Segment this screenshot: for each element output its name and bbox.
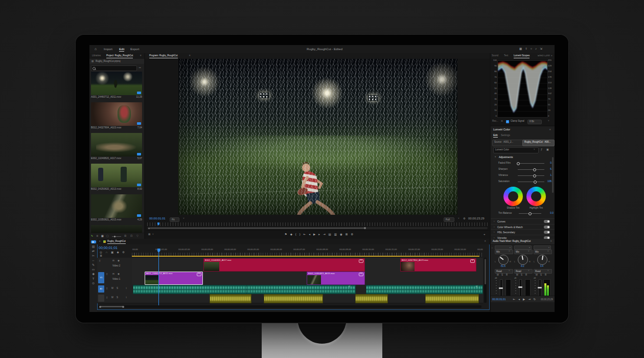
edit-pencil-icon[interactable]: ✎ [91, 235, 93, 237]
slider-handle[interactable] [517, 162, 520, 165]
program-playhead[interactable] [157, 222, 159, 226]
loop-icon[interactable]: ↻ [534, 298, 536, 301]
scope-wrench-icon[interactable]: ⚙ [501, 120, 503, 123]
proxy-toggle-icon[interactable]: ⊠ [346, 233, 348, 236]
program-video-frame[interactable] [178, 59, 457, 215]
vscrollbar-handle[interactable] [485, 259, 486, 284]
automation-dropdown[interactable]: Read [514, 269, 533, 274]
automation-dropdown[interactable]: Read [495, 269, 513, 274]
timeline-audio-clip-a1a[interactable]: •ƒ [133, 285, 356, 294]
pan-knob[interactable] [537, 255, 547, 265]
panel-menu-icon[interactable]: ≡ [485, 240, 486, 243]
list-item[interactable]: B012_04327804_A023.mov 7;04 [89, 102, 144, 132]
fullscreen-icon[interactable]: ⇲ [540, 48, 542, 51]
home-icon[interactable]: ⌂ [95, 47, 97, 51]
razor-tool-icon[interactable]: ✂ [91, 254, 96, 257]
solo-button[interactable]: S [540, 274, 542, 277]
track-header-v1[interactable]: V1 ▯ ⊟ ◉ Video 1 [97, 271, 132, 285]
play-icon[interactable]: ▶ [523, 298, 525, 301]
marker-icon[interactable]: ◆ [290, 233, 292, 236]
nav-tab-edit[interactable]: Edit [119, 48, 124, 52]
tab-sequence[interactable]: Rugby_RoughCut [107, 240, 126, 244]
project-breadcrumb[interactable]: ▤ Rugby_RoughCut.prproj [89, 59, 144, 64]
pen-tool-icon[interactable]: ✎ [91, 263, 96, 266]
fit-dropdown[interactable]: Fit [170, 217, 179, 222]
captions-icon[interactable]: ≣ [98, 255, 104, 258]
insert-slot-dropdown[interactable]: ˅ [495, 245, 512, 250]
mute-icon[interactable]: M [111, 287, 113, 290]
tab-lumetri-scopes[interactable]: Lumetri Scopes [514, 55, 530, 58]
track-header-v2[interactable]: ▯ ⊟ ◉ Video 2 [97, 258, 132, 272]
tab-text[interactable]: Text [504, 55, 508, 57]
pan-knob[interactable] [498, 255, 509, 265]
selection-tool-icon[interactable]: ► [91, 240, 96, 243]
lock-icon[interactable]: ▯ [99, 260, 100, 262]
section-toggle[interactable] [544, 220, 550, 223]
program-scrub-ruler[interactable] [147, 222, 488, 226]
timeline-vscrollbar[interactable] [484, 258, 487, 303]
source-patch-v1[interactable]: V1 [98, 272, 104, 283]
panel-menu-icon[interactable]: ≡ [140, 55, 142, 57]
track-header-a2[interactable]: ▯ M S ⌇ [97, 294, 132, 303]
source-patch-empty[interactable] [98, 295, 104, 302]
step-forward-icon[interactable]: ▸ [318, 233, 320, 236]
settings-icon[interactable]: ⚙ [351, 233, 353, 236]
clip-thumbnail[interactable] [91, 133, 142, 156]
scrollbar-dot-right[interactable] [364, 227, 366, 229]
notifications-icon[interactable]: ○ [531, 48, 532, 51]
goto-in-icon[interactable]: ⇤ [513, 298, 516, 301]
mix-dropdown[interactable]: Mix [514, 250, 533, 254]
timeline-settings-icon[interactable]: ⚙ [121, 251, 126, 254]
clip-thumbnail[interactable] [91, 102, 142, 126]
clip-thumbnail[interactable] [91, 72, 142, 95]
comparison-view-icon[interactable]: ⊞ [148, 233, 150, 236]
add-marker-icon[interactable]: ◆ [115, 251, 121, 254]
insert-slot-dropdown[interactable]: ˅ [514, 245, 532, 250]
list-item[interactable]: E002_10350821_A015.mov 4;29 [89, 194, 144, 224]
trash-icon[interactable]: ▽ [136, 235, 139, 237]
lock-icon[interactable]: ▯ [106, 273, 107, 276]
record-arm-button[interactable]: R [525, 274, 527, 277]
section-hsl-secondary[interactable]: › HSL Secondary [491, 229, 555, 235]
section-curves[interactable]: › Curves [491, 218, 555, 224]
mic-icon[interactable]: ⌇ [126, 287, 127, 290]
lift-icon[interactable]: ▤ [329, 233, 331, 236]
mute-icon[interactable]: M [111, 297, 113, 299]
clip-thumbnail[interactable] [91, 164, 142, 187]
snapshot-icon[interactable]: ▣ [546, 148, 549, 151]
solo-icon[interactable]: S [117, 287, 118, 290]
scrollbar-handle[interactable] [150, 228, 364, 229]
mix-dropdown[interactable]: Mix [495, 250, 513, 254]
chevron-down-icon[interactable]: ▾ [99, 240, 100, 243]
slider-handle[interactable] [533, 168, 536, 171]
solo-button[interactable]: S [501, 274, 503, 277]
tab-lumetri-settings[interactable]: Settings [501, 134, 510, 137]
list-item[interactable]: A001_24460712_A011.mov 11;29 [89, 72, 144, 101]
lock-icon[interactable]: ▯ [106, 287, 107, 290]
section-toggle[interactable] [544, 226, 550, 229]
fader-handle[interactable] [518, 286, 522, 288]
highlight-tint-wheel[interactable] [526, 187, 546, 206]
panel-menu-icon[interactable]: ≡ [189, 55, 191, 57]
timeline-playhead[interactable] [158, 249, 159, 305]
snap-icon[interactable]: ∩ [104, 251, 109, 254]
timeline-clip-v2a[interactable]: E002_11040820_A017.mov fx [203, 258, 365, 272]
section-toggle[interactable] [544, 231, 550, 234]
list-view-icon[interactable]: ≣ [96, 235, 98, 237]
tab-project[interactable]: Project: Rugby_RoughCut [106, 55, 133, 58]
hscroll-dot-left[interactable] [99, 306, 101, 308]
timeline-ruler-labels[interactable]: 00;0000;00;01;0000;00;02;0000;00;03;0000… [132, 249, 483, 253]
lumetri-preset-dropdown[interactable]: Lumetri Color [493, 147, 539, 153]
goto-out-icon[interactable]: ⇥ [528, 298, 531, 301]
step-back-icon[interactable]: ◂ [518, 298, 520, 301]
slider-track[interactable] [518, 175, 544, 176]
solo-button[interactable]: S [521, 274, 522, 277]
zoom-tool-icon[interactable]: ⊙ [91, 282, 96, 285]
tab-overflow-icon[interactable]: » [551, 55, 553, 57]
zoom-dropdown[interactable]: Full [444, 217, 454, 222]
source-clip-button[interactable]: Source · A001_2... [492, 140, 523, 146]
section-color-wheels[interactable]: › Color Wheels & Match [491, 224, 555, 230]
icon-view-icon[interactable]: ▦ [101, 235, 104, 237]
bit-depth-dropdown[interactable]: 8 Bit [527, 120, 542, 124]
workspace-icon[interactable]: ▦ [519, 48, 522, 51]
